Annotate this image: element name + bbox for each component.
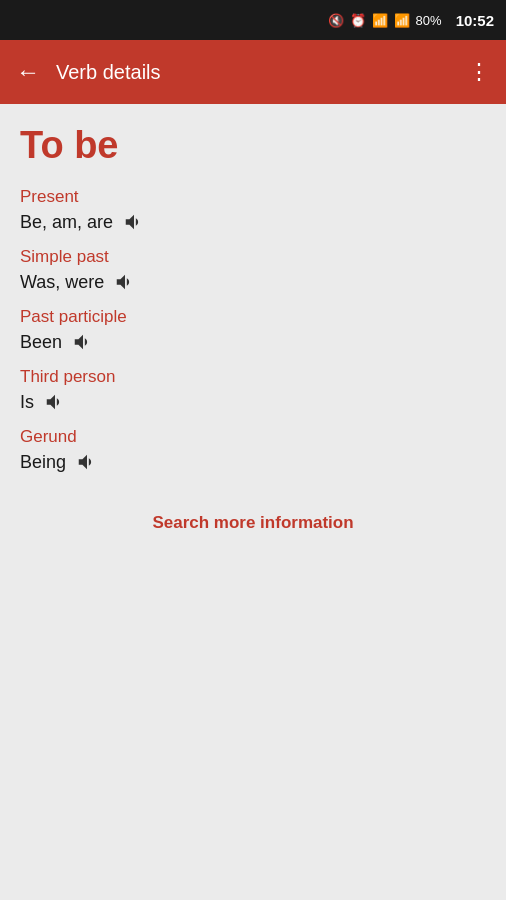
- present-text: Be, am, are: [20, 212, 113, 233]
- third-person-text: Is: [20, 392, 34, 413]
- gerund-text: Being: [20, 452, 66, 473]
- status-icons: 🔇 ⏰ 📶 📶 80%: [12, 13, 442, 28]
- gerund-label: Gerund: [20, 427, 486, 447]
- back-icon: ←: [16, 58, 40, 86]
- present-value: Be, am, are: [20, 211, 486, 233]
- search-more-button[interactable]: Search more information: [20, 513, 486, 533]
- past-participle-label: Past participle: [20, 307, 486, 327]
- simple-past-value: Was, were: [20, 271, 486, 293]
- past-participle-value: Been: [20, 331, 486, 353]
- gerund-value: Being: [20, 451, 486, 473]
- alarm-icon: ⏰: [350, 13, 366, 28]
- third-person-sound-button[interactable]: [44, 391, 66, 413]
- speaker-icon: [72, 331, 94, 353]
- wifi-icon: 📶: [372, 13, 388, 28]
- speaker-icon: [123, 211, 145, 233]
- past-participle-section: Past participle Been: [20, 307, 486, 353]
- third-person-section: Third person Is: [20, 367, 486, 413]
- app-bar-title: Verb details: [56, 61, 468, 84]
- app-bar: ← Verb details ⋮: [0, 40, 506, 104]
- simple-past-text: Was, were: [20, 272, 104, 293]
- present-sound-button[interactable]: [123, 211, 145, 233]
- signal-icon: 📶: [394, 13, 410, 28]
- gerund-section: Gerund Being: [20, 427, 486, 473]
- status-bar: 🔇 ⏰ 📶 📶 80% 10:52: [0, 0, 506, 40]
- more-vert-icon: ⋮: [468, 59, 490, 85]
- present-section: Present Be, am, are: [20, 187, 486, 233]
- speaker-icon: [44, 391, 66, 413]
- past-participle-sound-button[interactable]: [72, 331, 94, 353]
- simple-past-section: Simple past Was, were: [20, 247, 486, 293]
- speaker-icon: [76, 451, 98, 473]
- menu-button[interactable]: ⋮: [468, 59, 490, 85]
- status-time: 10:52: [456, 12, 494, 29]
- past-participle-text: Been: [20, 332, 62, 353]
- mute-icon: 🔇: [328, 13, 344, 28]
- speaker-icon: [114, 271, 136, 293]
- content-area: To be Present Be, am, are Simple past Wa…: [0, 104, 506, 900]
- gerund-sound-button[interactable]: [76, 451, 98, 473]
- back-button[interactable]: ←: [16, 58, 40, 86]
- third-person-label: Third person: [20, 367, 486, 387]
- third-person-value: Is: [20, 391, 486, 413]
- simple-past-sound-button[interactable]: [114, 271, 136, 293]
- battery-text: 80%: [416, 13, 442, 28]
- present-label: Present: [20, 187, 486, 207]
- verb-title: To be: [20, 124, 486, 167]
- simple-past-label: Simple past: [20, 247, 486, 267]
